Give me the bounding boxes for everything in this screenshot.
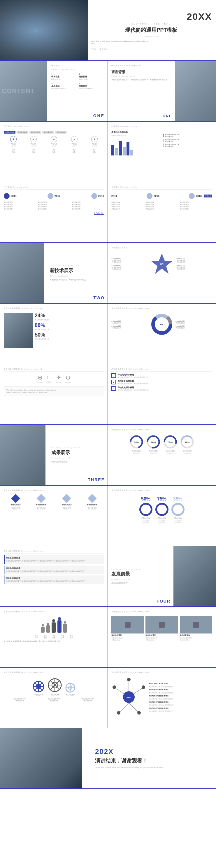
p5-body xyxy=(63,624,67,632)
slide13-content: Cultural background 成果展示 Cultural backgr… xyxy=(48,425,107,485)
slide21-stats: 单击此处添加 XX%单击此处添加 单击此处添加 XX%单击此处添加 单击此处添加… xyxy=(4,698,104,702)
slide8-content: □ Sample 702 单击此处添加 单击此处添加 □ Sample 702 … xyxy=(111,252,212,275)
svg-text:OR: OR xyxy=(160,263,163,266)
slide23-desc: Lorem dolor sit ar'dit' lamet, consectet… xyxy=(95,767,183,769)
slide-19: 单击此处添加标题 Enterprise dukeAnony xyxy=(0,607,108,667)
gear3-label: 单击此处添加 xyxy=(66,694,74,695)
slide2-header-en: Cultural background xyxy=(51,68,105,70)
slide7-en2: Cultural background xyxy=(50,275,104,277)
slide4-list: 单击此处添加说明文字单击此处添加 单击此处添加说明文字单击此处添加 单击此处添加… xyxy=(163,131,212,147)
pct-ring-1 xyxy=(139,503,152,516)
gear-item-1: 单击此处添加 xyxy=(32,680,45,695)
slide9-image xyxy=(4,313,33,348)
slide4-item3: 单击此处添加说明文字单击此处添加 xyxy=(163,144,212,147)
diamond-2: 单击此处添加 单击此处添加单击此处添加 xyxy=(29,495,53,509)
screen-icon: □ xyxy=(48,374,51,381)
svg-point-38 xyxy=(117,711,120,715)
check2-desc: 单击此处添加说明文字，单击此处添加说明文字 xyxy=(118,383,148,384)
slide4-item1: 单击此处添加说明文字单击此处添加 xyxy=(163,133,212,137)
slide23-title: 演讲结束，谢谢观看！ xyxy=(95,757,207,764)
slide20-header: 单击此处添加标题 Cultural background xyxy=(111,611,212,614)
prog-svg-2: 80% xyxy=(146,435,161,449)
slide18-en: Cultural background xyxy=(111,568,170,570)
icon2-sub: 添加标题 xyxy=(31,145,36,147)
card2-desc: 单击此处添加说明单击此处添加 xyxy=(146,637,178,641)
slide14-circles: 70% 单击此处添加 单击此处添加 80% 单击此处添加 单击此处添加 xyxy=(111,435,212,454)
slide9-header: 单击此处添加标题 Cultural background xyxy=(4,307,104,311)
prog-sub-3: 单击此处添加 xyxy=(167,453,174,454)
person-3 xyxy=(52,619,56,632)
net-desc-5: 单击此处添加，单击此处添加说明文字 xyxy=(149,711,212,712)
icon1-sub: 添加标题 xyxy=(11,145,16,147)
slide10-left: □ Sample 702 单击此处添加 □ Sample 702 单击此处添加 xyxy=(111,320,148,329)
stat3-label: 单击此处添加说明文字 xyxy=(35,338,104,340)
slide17-inner: 单击此处添加标题 Enterprise dukeAnony 单击此处添加标题 单… xyxy=(0,546,107,607)
net-item-4: WHITE NOTEBOOK TITLE xyxy=(149,701,212,703)
slide1-content: 20XX ADD YOUR TITLE HERE 现代简约通用PPT模板 Tem… xyxy=(88,0,216,60)
item4-title: 发展前景 xyxy=(79,85,105,88)
stat1-val: 24% xyxy=(35,313,104,319)
slide11-icons: ⊕ 单击此处 □ 单击此处 ✈ 单击此处 ⊙ 单击此处 xyxy=(4,374,104,383)
slide2-image: CONTENT xyxy=(0,61,47,121)
slide17-header: 单击此处添加标题 Enterprise dukeAnony xyxy=(4,550,104,554)
pct-val-2: 75% xyxy=(157,496,166,502)
slide4-item2: 单击此处添加说明文字单击此处添加 xyxy=(163,138,212,142)
slide1-year: 20XX xyxy=(91,11,212,22)
ring-item1: □ Sample 702 单击此处添加 xyxy=(111,320,148,324)
bar3 xyxy=(119,141,122,155)
icon4-sub: 添加标题 xyxy=(72,145,77,147)
slide10-inner: 单击此处添加标题 Cultural background □ Sample 70… xyxy=(108,304,216,364)
gear-svg-3 xyxy=(65,682,76,693)
icon5: ★ xyxy=(91,136,98,142)
slide4-header: 公司概况 Company profile xyxy=(111,125,212,129)
stat1-label: 单击此处添加说明文字 xyxy=(35,319,104,320)
diamond4-title: 单击此处添加 xyxy=(87,504,97,506)
label4: 单击此处添加 xyxy=(64,149,84,153)
gear2-label: 单击此处添加 xyxy=(51,694,59,695)
slide12-header: 单击此处添加标题 Cultural background xyxy=(111,368,212,372)
tl-line-2 xyxy=(62,196,90,196)
card1-title: 单击此处添加 xyxy=(111,634,144,637)
slide23-content: 202X 演讲结束，谢谢观看！ Lorem dolor sit ar'dit' … xyxy=(86,728,216,788)
prog-item-4: 40% 单击此处添加 单击此处添加 xyxy=(180,435,194,454)
p-label-1: 单击添加 xyxy=(33,635,40,639)
check-item-3: ✓ 单击此处添加标题 单击此处添加说明文字，单击此处添加说明文字 xyxy=(111,386,212,391)
tl6-desc-2: 单击此处添加单击此处添加单击此处添加单击此处添加 xyxy=(146,201,178,210)
check2-title: 单击此处添加标题 xyxy=(118,380,148,383)
slide2-header: 研发背景 xyxy=(51,64,105,67)
slide1-author: 汇报人： 魅色演示 xyxy=(91,48,212,51)
slide5-timeline: 2011 2012 2013 xyxy=(4,193,104,199)
slide13-en2: Cultural background xyxy=(51,457,104,459)
year-dot-5 xyxy=(147,193,152,199)
target-label: 单击此处 xyxy=(65,381,71,383)
text-block-1: 单击此处添加标题 单击此处添加说明文字，单击此处添加说明文字，单击此处添加说明文… xyxy=(4,555,104,564)
check2-text: 单击此处添加标题 单击此处添加说明文字，单击此处添加说明文字 xyxy=(118,380,148,384)
diamond2-desc: 单击此处添加单击此处添加 xyxy=(37,507,45,509)
slide2b-image xyxy=(175,61,216,121)
slide13-en: Cultural background xyxy=(51,447,104,448)
slide7-image xyxy=(0,243,44,303)
card1-desc: 单击此处添加说明单击此处添加 xyxy=(111,637,144,641)
check3-text: 单击此处添加标题 单击此处添加说明文字，单击此处添加说明文字 xyxy=(118,386,148,391)
gear-stat-1: 单击此处添加 XX%单击此处添加 xyxy=(4,698,36,702)
year-5: 2015 xyxy=(154,194,159,197)
svg-text:201X: 201X xyxy=(126,696,132,699)
slide14-header: 单击此处添加标题 Cultural background xyxy=(111,429,212,432)
prog-sub-1: 单击此处添加 xyxy=(133,453,140,454)
tb2-content: 单击此处添加说明文字，单击此处添加说明文字，单击此处添加说明文字，单击此处添加说… xyxy=(6,570,102,572)
svg-point-40 xyxy=(137,711,141,715)
slide1-desc: Lorem dolor sit ar'dit' lamet, consectet… xyxy=(91,40,149,45)
svg-point-44 xyxy=(142,685,145,689)
item3-title: 成果展示 xyxy=(51,85,77,88)
ring-item3: □ Sample 702 单击此处添加 xyxy=(175,320,212,324)
p-label-4: 单击添加 xyxy=(59,635,66,639)
ring-item4: □ Sample 702 单击此处添加 xyxy=(175,325,212,329)
sample1: □ Sample 702 单击此处添加 单击此处添加 xyxy=(111,257,148,263)
slide4-inner: 公司概况 Company profile 单击此处添加标题 单击此处添加说明文字 xyxy=(108,122,216,182)
diamond3-desc: 单击此处添加单击此处添加 xyxy=(62,507,71,509)
slide-8: 单击此处添加标题 □ Sample 702 单击此处添加 单击此处添加 □ Sa… xyxy=(108,243,216,303)
card-1: 单击此处添加 单击此处添加说明单击此处添加 xyxy=(111,616,144,641)
product-tag: 产品介绍 xyxy=(204,194,212,197)
slide1-add-text: ADD YOUR TITLE HERE xyxy=(91,23,212,25)
item3-sub: Enterprise dukeAnony xyxy=(51,88,77,89)
